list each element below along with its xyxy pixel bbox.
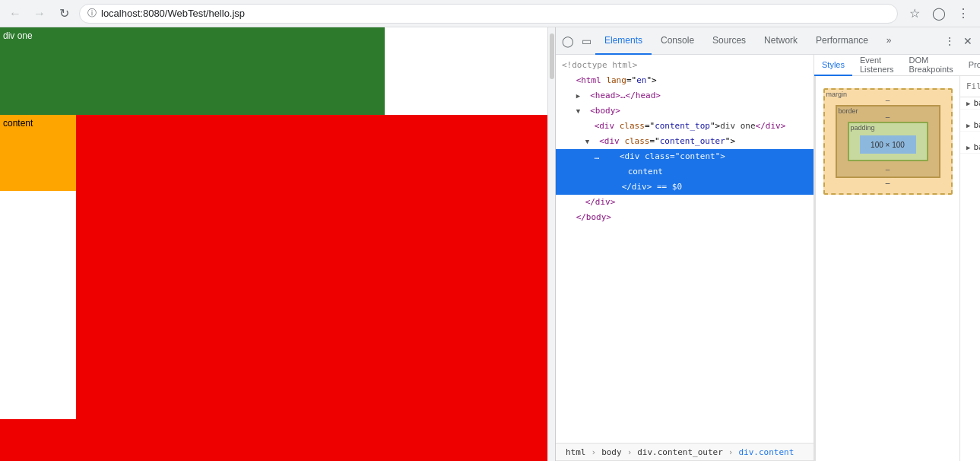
content-box: content xyxy=(0,115,76,191)
border-bottom-val: – xyxy=(886,165,890,173)
tab-more[interactable]: » xyxy=(877,27,901,55)
devtools-body: <!doctype html> <html lang="en"> <head>…… xyxy=(556,55,980,461)
computed-item-bg-clip: ▶ background-clip xyxy=(960,119,980,132)
dom-line-content-close: </div> == $0 xyxy=(556,180,813,195)
border-top-val: – xyxy=(886,113,890,121)
content-outer: content xyxy=(0,115,547,419)
sub-tabs: Styles Event Listeners DOM Breakpoints P… xyxy=(814,55,980,76)
border-label: border xyxy=(839,107,858,115)
dom-line-body-close[interactable]: </body> xyxy=(556,210,813,225)
tab-performance[interactable]: Performance xyxy=(807,27,877,55)
url-text: localhost:8080/WebTest/hello.jsp xyxy=(101,8,245,19)
webpage-preview: div one content xyxy=(0,27,547,461)
content-label: content xyxy=(3,118,33,129)
computed-item-bg-attachment: ▶ background-attachment xyxy=(960,97,980,110)
devtools-panel: ◯ ▭ Elements Console Sources Network Per… xyxy=(555,27,980,461)
computed-filter-input[interactable] xyxy=(966,81,980,91)
red-bottom xyxy=(0,419,547,461)
breadcrumb: html › body › div.content_outer › div.co… xyxy=(556,443,813,461)
breadcrumb-body[interactable]: body xyxy=(598,446,626,459)
styles-body: :hov .cls + element.style { } xyxy=(814,76,980,461)
computed-list: ▶ background-attachment scroll ▶ backgro… xyxy=(960,97,980,461)
browser-toolbar: ← → ↻ ⓘ localhost:8080/WebTest/hello.jsp… xyxy=(0,0,980,27)
box-model-panel: 100 × 100 margin border padding – – – – … xyxy=(815,76,959,461)
devtools-tabs: ◯ ▭ Elements Console Sources Network Per… xyxy=(556,27,980,55)
devtools-close-button[interactable]: ✕ xyxy=(959,32,977,50)
dom-line-content-outer[interactable]: <div class="content_outer"> xyxy=(556,134,813,149)
dom-line-head[interactable]: <head>…</head> xyxy=(556,88,813,103)
sub-tab-styles[interactable]: Styles xyxy=(814,55,852,76)
breadcrumb-content-outer[interactable]: div.content_outer xyxy=(633,446,727,459)
device-button[interactable]: ▭ xyxy=(577,32,595,50)
address-bar: ⓘ localhost:8080/WebTest/hello.jsp xyxy=(79,4,898,24)
tab-console[interactable]: Console xyxy=(652,27,703,55)
bookmark-button[interactable]: ☆ xyxy=(904,3,925,24)
breadcrumb-html[interactable]: html xyxy=(562,446,590,459)
back-button[interactable]: ← xyxy=(6,5,24,23)
forward-button[interactable]: → xyxy=(30,5,49,23)
toolbar-actions: ☆ ◯ ⋮ xyxy=(904,3,974,24)
dom-content: <!doctype html> <html lang="en"> <head>…… xyxy=(556,55,813,443)
lock-icon: ⓘ xyxy=(87,7,97,20)
reload-button[interactable]: ↻ xyxy=(55,5,73,23)
menu-button[interactable]: ⋮ xyxy=(953,3,974,24)
sub-tab-properties[interactable]: Properties xyxy=(961,55,980,76)
scroll-strip xyxy=(547,27,555,461)
computed-panel: Show all ▶ background-attachment scroll … xyxy=(959,76,980,461)
computed-val-bg-color: rgb(255, 165, 0) xyxy=(960,154,980,164)
dom-line-content-text: content xyxy=(556,164,813,180)
div-one: div one xyxy=(0,27,385,115)
tab-network[interactable]: Network xyxy=(755,27,807,55)
dom-line-outer-close[interactable]: </div> xyxy=(556,195,813,210)
inspect-button[interactable]: ◯ xyxy=(559,32,577,50)
breadcrumb-content[interactable]: div.content xyxy=(734,446,798,459)
tab-sources[interactable]: Sources xyxy=(703,27,755,55)
box-model-diagram: 100 × 100 margin border padding – – – – … xyxy=(823,88,953,195)
dom-line-html[interactable]: <html lang="en"> xyxy=(556,73,813,88)
main-area: div one content ◯ ▭ Elements Console Sou… xyxy=(0,27,980,461)
sub-tab-dom-breakpoints[interactable]: DOM Breakpoints xyxy=(902,55,961,76)
scroll-thumb[interactable] xyxy=(550,33,554,79)
padding-bottom-val: – xyxy=(886,179,890,187)
computed-item-bg-color: ▶ background-color xyxy=(960,141,980,154)
dom-line-body[interactable]: <body> xyxy=(556,103,813,119)
dom-panel: <!doctype html> <html lang="en"> <head>…… xyxy=(556,55,814,461)
tab-elements[interactable]: Elements xyxy=(595,27,652,55)
dom-line-content-div[interactable]: … <div class="content"> xyxy=(556,149,813,164)
padding-label: padding xyxy=(851,124,875,132)
dom-line-content-top[interactable]: <div class="content_top">div one</div> xyxy=(556,119,813,134)
margin-top-val: – xyxy=(886,96,890,104)
devtools-settings-button[interactable]: ⋮ xyxy=(940,32,959,50)
dom-line-doctype: <!doctype html> xyxy=(556,58,813,73)
computed-val-bg-attachment: scroll xyxy=(960,110,980,119)
sub-tab-event-listeners[interactable]: Event Listeners xyxy=(852,55,902,76)
profile-button[interactable]: ◯ xyxy=(928,3,950,24)
computed-filter-bar: Show all xyxy=(960,76,980,97)
content-size: 100 × 100 xyxy=(871,141,905,149)
margin-label: margin xyxy=(826,91,848,98)
computed-val-bg-clip: border-box xyxy=(960,132,980,141)
content-layer: 100 × 100 xyxy=(860,135,916,154)
styles-panel: Styles Event Listeners DOM Breakpoints P… xyxy=(814,55,980,461)
red-side xyxy=(76,115,547,419)
div-one-label: div one xyxy=(3,30,33,41)
